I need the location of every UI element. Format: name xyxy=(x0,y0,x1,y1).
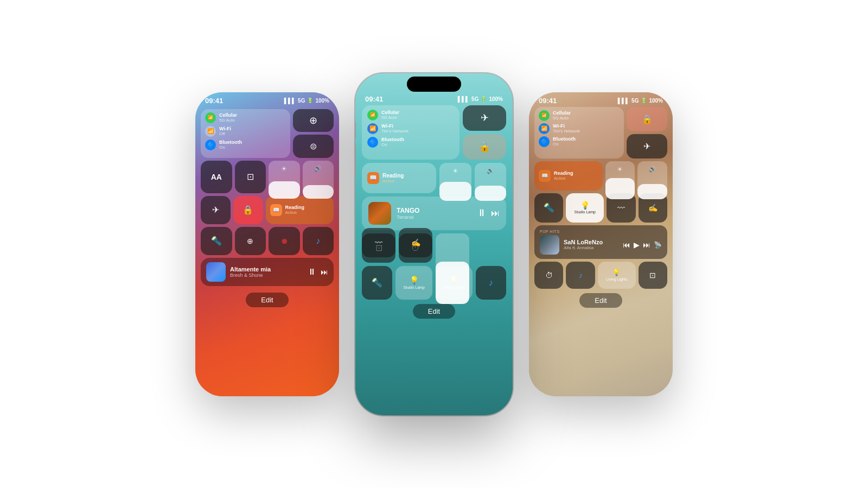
airplane-button-left[interactable]: ✈ xyxy=(201,196,231,224)
living-lights-label-right: Living Lights xyxy=(606,277,627,282)
brightness-slider-right[interactable]: ☀ xyxy=(605,161,635,199)
phones-container: 09:41 ▌▌▌ 5G 🔋 100% 📶 xyxy=(0,0,868,488)
dynamic-island xyxy=(407,77,461,92)
phone-center: 09:41 ▌▌▌ 5G 🔋 100% 📶 Cellular xyxy=(355,73,513,415)
status-icons-left: ▌▌▌ 5G 🔋 100% xyxy=(284,98,329,104)
reading-name-center: Reading xyxy=(382,173,404,179)
bluetooth-item-right[interactable]: 🔷 Bluetooth On xyxy=(539,136,620,147)
volume-slider-center[interactable]: 🔊 xyxy=(475,163,507,201)
bluetooth-icon-right: 🔷 xyxy=(539,136,550,147)
connectivity-block-left: 📶 Cellular 5G Auto 📶 xyxy=(201,109,290,158)
wifi-sub-center: Tim's Network xyxy=(381,129,409,134)
airplane-icon-right: ✈ xyxy=(643,141,650,151)
song-info-left: Altamente mia Bresh & Shune xyxy=(230,266,303,278)
shazam-button-right[interactable]: ♪ xyxy=(566,262,595,289)
signal-icon-right: ▌▌▌ xyxy=(618,98,629,104)
status-icons-center: ▌▌▌ 5G 🔋 100% xyxy=(458,96,503,102)
soundwave-button-center[interactable]: 〰 xyxy=(362,228,395,257)
shazam-button-center[interactable]: ♪ xyxy=(476,266,506,300)
forward-button-center[interactable]: ⏭ xyxy=(491,208,500,218)
brightness-slider-left[interactable]: ☀ xyxy=(269,161,300,199)
flashlight-button-left[interactable]: 🔦 xyxy=(201,227,232,255)
cellular-item-center[interactable]: 📶 Cellular 5G Auto xyxy=(367,110,454,121)
orientation-button-left[interactable]: ⊕ xyxy=(235,227,266,255)
airplane-icon-center: ✈ xyxy=(481,112,489,124)
battery-pct-right: 100% xyxy=(649,98,663,104)
wifi-icon-left: 📶 xyxy=(205,126,216,137)
connectivity-block-center: 📶 Cellular 5G Auto 📶 Wi-Fi T xyxy=(362,105,459,160)
network-right: 5G xyxy=(631,98,639,104)
song-artist-left: Bresh & Shune xyxy=(230,272,303,278)
cellular-name-center: Cellular xyxy=(381,110,399,115)
forward-button-left[interactable]: ⏭ xyxy=(321,268,328,276)
bluetooth-item-left[interactable]: 🔷 Bluetooth On xyxy=(205,140,286,150)
flashlight-icon-left: 🔦 xyxy=(211,236,222,246)
pause-button-center[interactable]: ⏸ xyxy=(477,207,487,219)
wifi-item-right[interactable]: 📶 Wi-Fi Tim's Network xyxy=(539,123,620,134)
big-slider-center[interactable] xyxy=(436,233,469,304)
edit-button-center[interactable]: Edit xyxy=(413,304,455,319)
playback-controls-right: ⏮ ▶ ⏭ 📡 xyxy=(623,240,662,249)
rewind-button-right[interactable]: ⏮ xyxy=(623,240,630,249)
brightness-slider-center[interactable]: ☀ xyxy=(439,163,471,201)
cellular-item-left[interactable]: 📶 Cellular 5G Auto xyxy=(205,112,286,123)
wifi-name-center: Wi-Fi xyxy=(381,123,409,129)
connectivity-block-right: 📶 Cellular 5G Auto 📶 Wi-Fi T xyxy=(534,107,624,159)
reading-icon-left: 📖 xyxy=(270,204,282,216)
reading-name-left: Reading xyxy=(285,205,305,210)
song-info-center: TANGO Tananai xyxy=(397,207,471,220)
voicemail-button-left[interactable]: ⊜ xyxy=(293,135,334,158)
bluetooth-name-center: Bluetooth xyxy=(381,137,404,142)
signature-icon-right: ✍ xyxy=(648,204,658,212)
lock-rotation-button-left[interactable]: 🔒 xyxy=(233,196,263,224)
bluetooth-name-right: Bluetooth xyxy=(553,136,576,142)
forward-button-right[interactable]: ⏭ xyxy=(643,240,650,249)
play-button-right[interactable]: ▶ xyxy=(634,240,640,249)
time-right: 09:41 xyxy=(539,97,557,105)
cellular-item-right[interactable]: 📶 Cellular 5G Auto xyxy=(539,110,620,121)
reading-button-left[interactable]: 📖 Reading Active xyxy=(266,196,334,224)
wifi-item-center[interactable]: 📶 Wi-Fi Tim's Network xyxy=(367,123,454,134)
lock-rotation-button-right[interactable]: 🔒 xyxy=(627,107,667,131)
airplane-button-right[interactable]: ✈ xyxy=(627,134,667,159)
signal-icon-center: ▌▌▌ xyxy=(458,96,469,102)
studio-lamp-icon-right: 💡 xyxy=(580,201,590,210)
status-bar-center: 09:41 ▌▌▌ 5G 🔋 100% xyxy=(355,94,513,105)
bluetooth-item-center[interactable]: 🔷 Bluetooth On xyxy=(367,137,454,148)
now-playing-center: TANGO Tananai ⏸ ⏭ xyxy=(362,197,506,230)
battery-icon-right: 🔋 xyxy=(641,98,647,103)
text-size-button-left[interactable]: AA xyxy=(201,161,232,193)
wifi-name-right: Wi-Fi xyxy=(553,123,580,129)
wifi-item-left[interactable]: 📶 Wi-Fi Off xyxy=(205,126,286,137)
reading-sub-right: Active xyxy=(554,176,573,181)
cellular-icon-center: 📶 xyxy=(367,110,378,121)
edit-button-right[interactable]: Edit xyxy=(579,293,622,308)
pause-button-left[interactable]: ⏸ xyxy=(308,267,316,277)
window-button-left[interactable]: ⊡ xyxy=(235,161,266,193)
record-button-left[interactable]: ⏺ xyxy=(269,227,300,255)
recent-icon-right: ⏱ xyxy=(545,271,553,280)
signal-icon-left: ▌▌▌ xyxy=(284,98,296,104)
status-icons-right: ▌▌▌ 5G 🔋 100% xyxy=(618,98,663,104)
album-art-left xyxy=(206,262,226,282)
search-button-left[interactable]: ⊕ xyxy=(293,109,334,132)
recent-button-right[interactable]: ⏱ xyxy=(534,262,563,289)
window-button-right[interactable]: ⊡ xyxy=(639,262,667,289)
playback-controls-center: ⏸ ⏭ xyxy=(477,207,500,219)
shazam-button-left[interactable]: ♪ xyxy=(303,227,334,255)
cellular-sub-left: 5G Auto xyxy=(219,118,237,123)
edit-button-left[interactable]: Edit xyxy=(246,293,288,307)
signature-button-center[interactable]: ✍ xyxy=(399,228,432,257)
studio-lamp-button-center[interactable]: 💡 Studio Lamp xyxy=(395,266,432,300)
reading-button-center[interactable]: 📖 Reading Active xyxy=(362,163,436,193)
living-lights-button-right[interactable]: 💡 Living Lights xyxy=(598,262,636,289)
airplay-button-right[interactable]: 📡 xyxy=(654,241,662,249)
studio-lamp-button-right[interactable]: 💡 Studio Lamp xyxy=(566,193,604,223)
volume-slider-left[interactable]: 🔊 xyxy=(303,161,334,199)
flashlight-button-center[interactable]: 🔦 xyxy=(362,266,392,300)
flashlight-button-right[interactable]: 🔦 xyxy=(534,193,563,223)
reading-button-right[interactable]: 📖 Reading Active xyxy=(534,161,603,191)
volume-slider-right[interactable]: 🔊 xyxy=(637,161,667,199)
airplane-button-center[interactable]: ✈ xyxy=(463,105,506,131)
lock-rotation-button-center[interactable]: 🔒 xyxy=(463,134,506,160)
